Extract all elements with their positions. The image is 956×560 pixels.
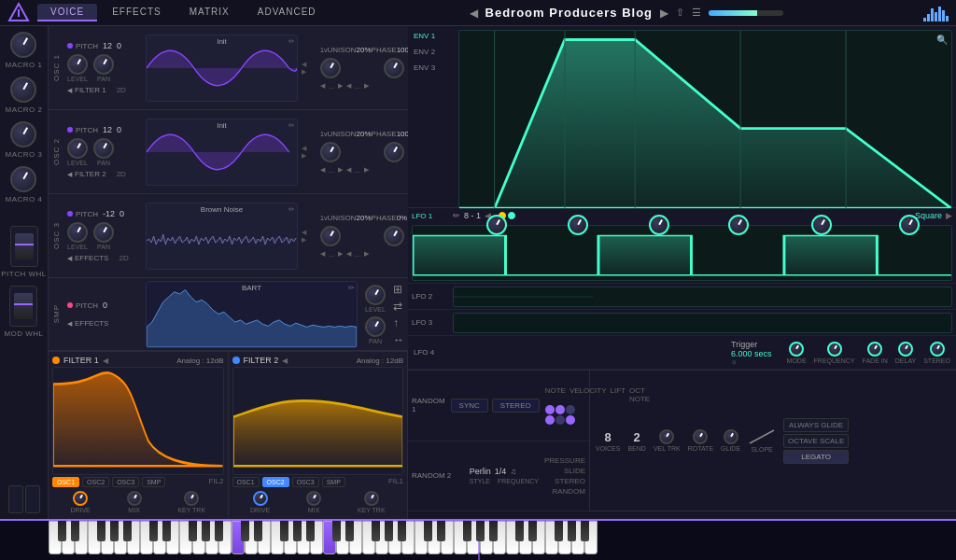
osc-3-filter-arrow[interactable]: ◀ <box>67 255 72 262</box>
black-key[interactable] <box>345 521 354 541</box>
filter-1-dot[interactable] <box>52 357 60 364</box>
prev-preset-button[interactable]: ◀ <box>470 7 478 20</box>
env-hold-knob[interactable] <box>649 215 669 235</box>
osc-2-waveform[interactable]: Init ✏ <box>146 119 298 186</box>
black-key[interactable] <box>202 521 210 541</box>
trigger-delay-knob[interactable] <box>898 342 913 357</box>
next-preset-button[interactable]: ▶ <box>660 7 668 20</box>
smp-active-dot[interactable] <box>67 302 73 308</box>
lfo-4-label[interactable]: LFO 4 <box>414 348 451 357</box>
osc-1-waveform[interactable]: Init ✏ <box>146 35 298 102</box>
smp-shuffle-icon[interactable]: ⇄ <box>393 300 404 313</box>
osc-1-arrow-r[interactable]: ▶ <box>338 82 343 90</box>
env-graph[interactable]: 🔍 <box>458 30 952 209</box>
osc-2-arrow-l2[interactable]: ◀ <box>346 166 351 174</box>
smp-edit-icon[interactable]: ✏ <box>348 284 355 292</box>
filter-1-src-osc2[interactable]: OSC2 <box>82 477 109 487</box>
black-key[interactable] <box>437 521 445 541</box>
osc-3-edit-icon[interactable]: ✏ <box>288 205 295 214</box>
smp-pan-knob[interactable] <box>365 316 386 337</box>
lfo-2-label[interactable]: LFO 2 <box>412 292 449 301</box>
osc-3-arrow-r[interactable]: ▶ <box>338 250 343 258</box>
osc-3-arrow-l[interactable]: ◀ <box>320 250 325 258</box>
trigger-mode-knob[interactable] <box>789 342 804 357</box>
osc-2-phase-knob[interactable] <box>384 142 404 162</box>
filter-2-arrow-l[interactable]: ◀ <box>282 357 288 365</box>
share-icon[interactable]: ⇧ <box>676 7 684 19</box>
filter-1-mix-knob[interactable] <box>127 491 142 506</box>
trigger-fadein-knob[interactable] <box>867 342 882 357</box>
menu-icon[interactable]: ☰ <box>692 7 701 19</box>
osc-1-pan-knob[interactable] <box>93 54 114 75</box>
macro-3-knob[interactable] <box>10 121 36 147</box>
smp-arrow-icon[interactable]: ↔ <box>393 333 404 346</box>
filter-2-src-osc1[interactable]: OSC1 <box>232 477 260 487</box>
filter-2-keytrk-knob[interactable] <box>364 491 379 506</box>
osc-3-unison-knob[interactable] <box>320 226 341 246</box>
black-key[interactable] <box>463 521 471 541</box>
osc-2-edit-icon[interactable]: ✏ <box>288 121 295 130</box>
osc-1-level-knob[interactable] <box>67 54 88 75</box>
lfo-1-label[interactable]: LFO 1 <box>412 212 449 220</box>
legato-btn[interactable]: LEGATO <box>783 450 849 464</box>
random-1-sync-btn[interactable]: SYNC <box>451 399 488 413</box>
filter-2-drive-knob[interactable] <box>253 491 268 506</box>
oct-dot-4[interactable] <box>545 415 555 425</box>
black-key[interactable] <box>372 521 380 541</box>
osc-1-phase-knob[interactable] <box>384 58 404 78</box>
filter-1-arrow-l[interactable]: ◀ <box>103 357 108 365</box>
glide-knob[interactable] <box>724 429 738 444</box>
black-key[interactable] <box>254 521 262 541</box>
oct-dot-6[interactable] <box>566 415 575 425</box>
panel-btn-1[interactable] <box>8 485 23 513</box>
osc-1-arrow-l[interactable]: ◀ <box>320 82 325 90</box>
filter-2-curve[interactable] <box>232 367 404 475</box>
black-key[interactable] <box>280 521 288 541</box>
black-key[interactable] <box>58 521 66 541</box>
filter-2-src-smp[interactable]: SMP <box>322 477 345 487</box>
env-release-knob[interactable] <box>899 215 920 235</box>
filter-2-dot[interactable] <box>232 357 240 364</box>
filter-1-drive-knob[interactable] <box>73 491 88 506</box>
osc-3-pan-knob[interactable] <box>93 222 114 243</box>
lfo-2-graph[interactable] <box>453 287 952 307</box>
black-key[interactable] <box>476 521 485 541</box>
macro-2-knob[interactable] <box>10 77 36 103</box>
lfo-3-graph[interactable] <box>453 313 952 333</box>
env-1-tab[interactable]: ENV 1 <box>412 30 451 42</box>
osc-3-arrow-l2[interactable]: ◀ <box>346 250 351 258</box>
oct-dot-3[interactable] <box>566 405 575 414</box>
filter-1-src-smp[interactable]: SMP <box>142 477 165 487</box>
black-key[interactable] <box>398 521 406 541</box>
lfo-1-arrow-r[interactable]: ▶ <box>946 211 952 220</box>
osc-3-waveform[interactable]: Brown Noise ✏ <box>146 203 298 270</box>
tab-voice[interactable]: VOICE <box>37 4 97 21</box>
filter-2-mix-knob[interactable] <box>306 491 321 506</box>
filter-1-src-osc1[interactable]: OSC1 <box>52 477 79 487</box>
black-key[interactable] <box>424 521 432 541</box>
always-glide-btn[interactable]: ALWAYS GLIDE <box>783 418 849 432</box>
osc-2-unison-knob[interactable] <box>320 142 341 162</box>
osc-3-arrow-r2[interactable]: ▶ <box>364 250 369 258</box>
random-1-stereo-btn[interactable]: STEREO <box>492 399 540 413</box>
env-2-tab[interactable]: ENV 2 <box>412 46 451 58</box>
black-key[interactable] <box>97 521 105 541</box>
osc-1-filter-arrow-l[interactable]: ◀ <box>67 87 72 94</box>
tab-matrix[interactable]: MATRIX <box>176 4 243 21</box>
black-key[interactable] <box>385 521 393 541</box>
lfo-1-pencil-icon[interactable]: ✏ <box>453 211 460 220</box>
osc-1-active-dot[interactable] <box>67 43 73 49</box>
oct-dot-1[interactable] <box>545 405 555 414</box>
filter-1-keytrk-knob[interactable] <box>184 491 199 506</box>
smp-loop-icon[interactable]: ⊞ <box>393 283 404 296</box>
black-key[interactable] <box>123 521 132 541</box>
env-search-icon[interactable]: 🔍 <box>936 35 948 45</box>
octave-scale-btn[interactable]: OCTAVE SCALE <box>783 434 849 448</box>
filter-2-src-osc3[interactable]: OSC3 <box>292 477 319 487</box>
black-key[interactable] <box>528 521 537 541</box>
black-key[interactable] <box>332 521 341 541</box>
smp-filter-arrow[interactable]: ◀ <box>67 320 72 328</box>
trigger-stereo-knob[interactable] <box>930 342 945 357</box>
black-key[interactable] <box>489 521 498 541</box>
volume-bar[interactable] <box>709 10 783 16</box>
